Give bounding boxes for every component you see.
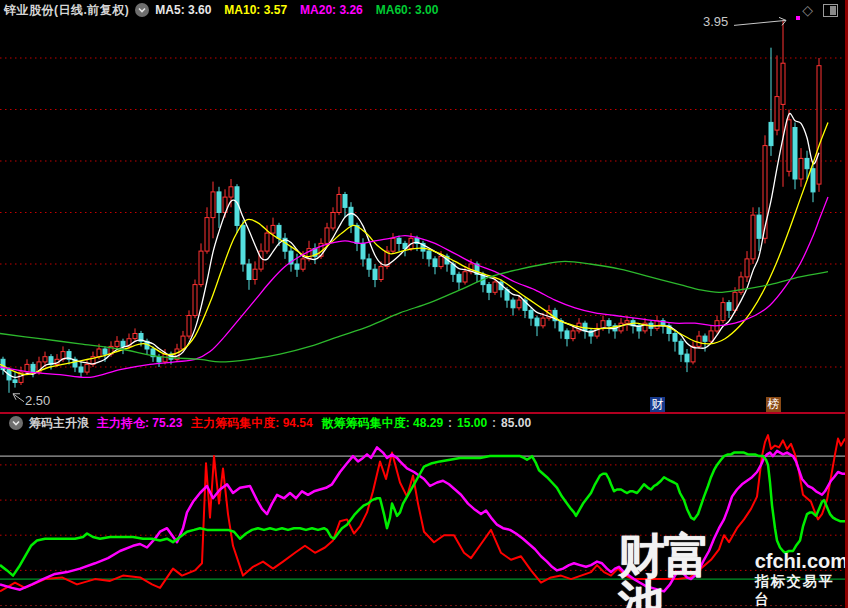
ma60-label: MA60: 3.00 [376,3,439,17]
diamond-icon[interactable]: ◇ [802,3,813,17]
indicator-ref-high: 85.00 [501,416,531,430]
watermark-tagline: 指标交易平台 [755,572,848,608]
indicator-header: 筹码主升浪 主力持仓: 75.23 主力筹码集中度: 94.54 散筹筹码集中度… [0,414,848,432]
watermark: 财富池 cfchi.com 指标交易平台 [618,532,848,608]
low-price-label: 2.50 [25,393,50,408]
collapse-chevron-icon[interactable] [9,416,23,430]
indicator-pane[interactable]: 财富池 cfchi.com 指标交易平台 [0,432,848,608]
watermark-char-cai: 财 [650,397,665,412]
indicator-name[interactable]: 筹码主升浪 [29,415,89,432]
app-window: 锌业股份(日线.前复权) MA5: 3.60 MA10: 3.57 MA20: … [0,0,848,608]
symbol-title: 锌业股份(日线.前复权) [4,2,129,19]
watermark-char-bang: 榜 [766,397,781,412]
indicator-ref-low: 15.00 [457,416,487,430]
high-price-label: 3.95 [703,14,728,29]
ma10-label: MA10: 3.57 [224,3,287,17]
separator-colon: : [448,416,452,430]
indicator-field-main-concentration: 主力筹码集中度: 94.54 [191,415,312,432]
indicator-field-main-position: 主力持仓: 75.23 [97,415,182,432]
watermark-domain: cfchi.com [755,550,848,572]
indicator-field-retail-concentration: 散筹筹码集中度: 48.29 [322,415,443,432]
ma5-label: MA5: 3.60 [155,3,211,17]
candlestick-chart[interactable] [0,20,848,413]
ma20-label: MA20: 3.26 [300,3,363,17]
separator-colon: : [492,416,496,430]
collapse-chevron-icon[interactable] [135,3,149,17]
price-pane[interactable] [0,20,848,413]
panel-layout-icon[interactable] [823,4,838,17]
watermark-brand: 财富池 [618,532,748,608]
